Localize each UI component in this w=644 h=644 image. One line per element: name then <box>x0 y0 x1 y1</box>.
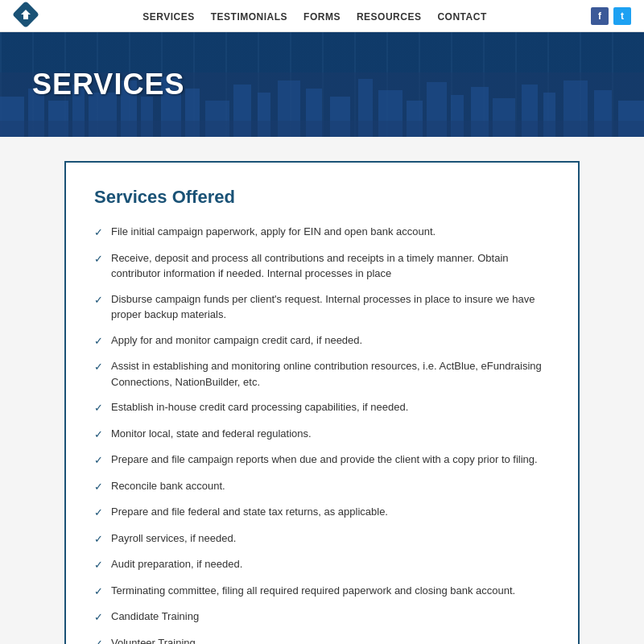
nav-resources[interactable]: RESOURCES <box>357 11 422 23</box>
service-text: Volunteer Training <box>111 635 196 645</box>
svg-rect-29 <box>0 121 644 137</box>
check-icon: ✓ <box>94 584 103 600</box>
nav-logo <box>13 2 39 30</box>
list-item: ✓ Audit preparation, if needed. <box>94 556 550 573</box>
list-item: ✓ Volunteer Training <box>94 635 550 645</box>
check-icon: ✓ <box>94 225 103 241</box>
check-icon: ✓ <box>94 292 103 308</box>
check-icon: ✓ <box>94 479 103 495</box>
list-item: ✓ Payroll services, if needed. <box>94 530 550 547</box>
service-text: Reconcile bank account. <box>111 478 225 494</box>
list-item: ✓ Assist in establishing and monitoring … <box>94 358 550 390</box>
service-text: Apply for and monitor campaign credit ca… <box>111 332 362 349</box>
service-text: Terminating committee, filing all requir… <box>111 583 515 599</box>
service-text: File initial campaign paperwork, apply f… <box>111 224 436 240</box>
list-item: ✓ Disburse campaign funds per client's r… <box>94 291 550 323</box>
nav-testimonials[interactable]: TESTIMONIALS <box>211 11 287 23</box>
list-item: ✓ Prepare and file campaign reports when… <box>94 452 550 469</box>
facebook-icon[interactable]: f <box>591 7 609 25</box>
service-text: Assist in establishing and monitoring on… <box>111 358 550 390</box>
list-item: ✓ Monitor local, state and federal regul… <box>94 426 550 443</box>
check-icon: ✓ <box>94 505 103 521</box>
check-icon: ✓ <box>94 531 103 547</box>
list-item: ✓ File initial campaign paperwork, apply… <box>94 224 550 241</box>
service-text: Disburse campaign funds per client's req… <box>111 291 550 323</box>
service-text: Monitor local, state and federal regulat… <box>111 426 312 442</box>
service-text: Payroll services, if needed. <box>111 530 236 547</box>
check-icon: ✓ <box>94 636 103 645</box>
nav-contact[interactable]: CONTACT <box>437 11 486 23</box>
list-item: ✓ Reconcile bank account. <box>94 478 550 495</box>
check-icon: ✓ <box>94 333 103 349</box>
check-icon: ✓ <box>94 557 103 573</box>
list-item: ✓ Terminating committee, filing all requ… <box>94 583 550 600</box>
service-text: Prepare and file campaign reports when d… <box>111 452 538 468</box>
check-icon: ✓ <box>94 359 103 375</box>
service-text: Establish in-house credit card processin… <box>111 399 408 415</box>
list-item: ✓ Candidate Training <box>94 609 550 625</box>
list-item: ✓ Prepare and file federal and state tax… <box>94 504 550 521</box>
check-icon: ✓ <box>94 251 103 267</box>
list-item: ✓ Apply for and monitor campaign credit … <box>94 332 550 349</box>
check-icon: ✓ <box>94 609 103 625</box>
service-text: Candidate Training <box>111 609 199 625</box>
service-text: Receive, deposit and process all contrib… <box>111 250 550 282</box>
service-text: Prepare and file federal and state tax r… <box>111 504 388 520</box>
service-text: Audit preparation, if needed. <box>111 556 242 572</box>
navbar: SERVICES TESTIMONIALS FORMS RESOURCES CO… <box>0 0 644 32</box>
list-item: ✓ Establish in-house credit card process… <box>94 399 550 416</box>
hero-title: SERVICES <box>32 68 184 101</box>
check-icon: ✓ <box>94 400 103 416</box>
hero-section: SERVICES <box>0 32 644 137</box>
twitter-icon[interactable]: t <box>613 7 631 25</box>
list-item: ✓ Receive, deposit and process all contr… <box>94 250 550 282</box>
check-icon: ✓ <box>94 452 103 469</box>
main-content: Services Offered ✓ File initial campaign… <box>0 137 644 644</box>
nav-links: SERVICES TESTIMONIALS FORMS RESOURCES CO… <box>142 10 486 23</box>
nav-forms[interactable]: FORMS <box>303 11 341 23</box>
nav-social: f t <box>591 7 631 25</box>
check-icon: ✓ <box>94 427 103 443</box>
services-heading: Services Offered <box>94 187 550 208</box>
nav-services[interactable]: SERVICES <box>142 11 194 23</box>
services-box: Services Offered ✓ File initial campaign… <box>64 161 580 644</box>
